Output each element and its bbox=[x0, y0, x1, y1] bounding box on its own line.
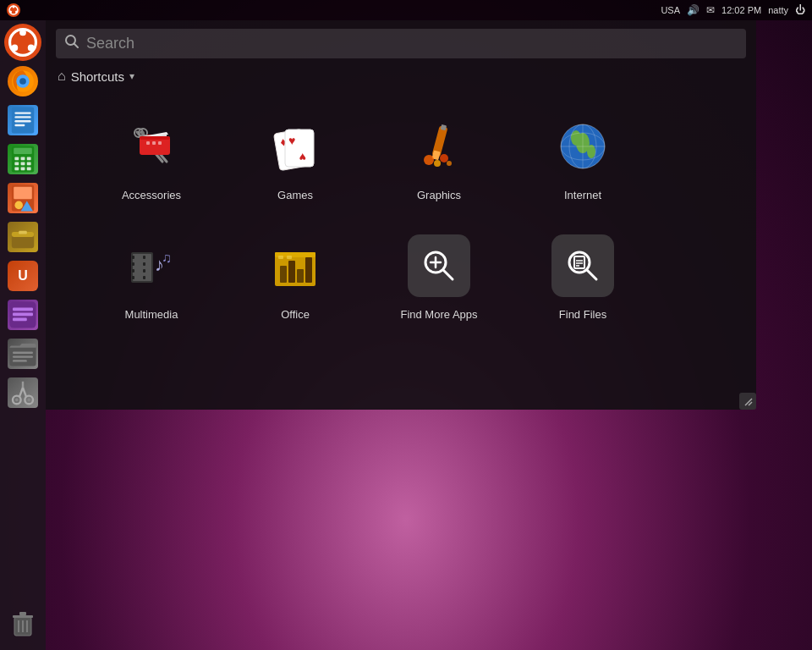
svg-rect-121 bbox=[574, 256, 584, 268]
app-item-multimedia[interactable]: ♪ ♫ Multimedia bbox=[80, 223, 223, 329]
launcher-item-purple[interactable] bbox=[4, 296, 41, 333]
launcher-item-ubuntu-one[interactable]: U bbox=[4, 257, 41, 295]
find-more-apps-label: Find More Apps bbox=[400, 308, 477, 321]
svg-rect-99 bbox=[132, 269, 134, 273]
svg-rect-24 bbox=[14, 168, 19, 171]
username-display[interactable]: natty bbox=[768, 5, 788, 15]
launcher-item-calc[interactable] bbox=[4, 140, 41, 178]
svg-rect-33 bbox=[19, 231, 27, 234]
keyboard-layout[interactable]: USA bbox=[661, 5, 680, 15]
svg-rect-20 bbox=[27, 157, 31, 161]
breadcrumb-label[interactable]: Shortcuts bbox=[71, 69, 124, 84]
svg-point-44 bbox=[15, 399, 19, 402]
resize-handle[interactable] bbox=[739, 393, 756, 410]
apps-grid: Accessories ♦ ♦ ♥ ♥ Games bbox=[46, 91, 756, 356]
find-files-icon bbox=[549, 232, 617, 300]
app-item-office[interactable]: Office bbox=[223, 223, 367, 329]
mail-icon[interactable]: ✉ bbox=[706, 4, 715, 16]
ubuntu-logo-icon[interactable] bbox=[7, 3, 20, 17]
svg-point-83 bbox=[434, 160, 441, 167]
launcher-item-ubuntu[interactable] bbox=[4, 24, 41, 61]
svg-rect-70 bbox=[152, 141, 156, 145]
launcher-item-box[interactable] bbox=[4, 218, 41, 256]
launcher-item-scissors[interactable] bbox=[4, 374, 41, 411]
svg-rect-15 bbox=[14, 124, 25, 126]
app-item-games[interactable]: ♦ ♦ ♥ ♥ Games bbox=[223, 104, 367, 210]
svg-text:♥: ♥ bbox=[288, 134, 295, 147]
search-input-wrapper[interactable] bbox=[56, 29, 746, 58]
svg-point-2 bbox=[15, 11, 18, 14]
svg-rect-17 bbox=[14, 148, 32, 154]
office-icon bbox=[261, 232, 329, 300]
breadcrumb-home-icon[interactable]: ⌂ bbox=[58, 69, 66, 84]
launcher: U bbox=[0, 20, 46, 650]
app-item-accessories[interactable]: Accessories bbox=[80, 104, 223, 210]
svg-rect-13 bbox=[14, 116, 30, 118]
svg-point-45 bbox=[27, 399, 30, 402]
games-label: Games bbox=[277, 189, 313, 201]
launcher-item-files[interactable] bbox=[4, 335, 41, 372]
svg-point-6 bbox=[28, 45, 35, 52]
launcher-item-firefox[interactable] bbox=[4, 63, 41, 100]
find-more-apps-icon bbox=[405, 232, 473, 300]
svg-line-56 bbox=[74, 44, 79, 48]
svg-rect-111 bbox=[297, 269, 304, 283]
svg-rect-14 bbox=[14, 120, 30, 122]
app-item-internet[interactable]: Internet bbox=[511, 104, 655, 210]
graphics-icon bbox=[405, 113, 473, 180]
svg-point-5 bbox=[19, 30, 26, 36]
svg-rect-40 bbox=[13, 355, 33, 357]
svg-rect-22 bbox=[21, 162, 25, 166]
dash-window: ⌂ Shortcuts ▾ bbox=[46, 20, 756, 410]
app-item-graphics[interactable]: Graphics bbox=[367, 104, 511, 210]
svg-rect-102 bbox=[143, 262, 145, 266]
svg-line-126 bbox=[749, 402, 752, 405]
accessories-label: Accessories bbox=[122, 189, 181, 201]
search-bar bbox=[46, 20, 756, 65]
search-input[interactable] bbox=[86, 35, 738, 52]
svg-rect-98 bbox=[132, 262, 134, 266]
clock: 12:02 PM bbox=[721, 5, 761, 15]
svg-rect-97 bbox=[132, 256, 134, 259]
svg-rect-51 bbox=[19, 612, 26, 615]
app-item-find-files[interactable]: Find Files bbox=[511, 223, 655, 329]
svg-rect-113 bbox=[278, 256, 283, 259]
app-item-find-more-apps[interactable]: Find More Apps bbox=[367, 223, 511, 329]
svg-rect-112 bbox=[305, 257, 312, 283]
svg-rect-68 bbox=[140, 136, 170, 140]
breadcrumb-dropdown-icon[interactable]: ▾ bbox=[129, 70, 134, 82]
svg-rect-18 bbox=[14, 157, 19, 161]
svg-rect-26 bbox=[27, 168, 31, 171]
graphics-label: Graphics bbox=[417, 189, 461, 201]
breadcrumb: ⌂ Shortcuts ▾ bbox=[46, 65, 756, 91]
multimedia-label: Multimedia bbox=[125, 308, 178, 321]
launcher-item-writer[interactable] bbox=[4, 102, 41, 139]
internet-icon bbox=[549, 113, 617, 180]
internet-label: Internet bbox=[564, 189, 601, 201]
svg-point-29 bbox=[14, 201, 23, 210]
launcher-item-draw[interactable] bbox=[4, 179, 41, 217]
svg-rect-28 bbox=[14, 187, 32, 199]
svg-rect-36 bbox=[13, 313, 33, 317]
svg-point-1 bbox=[13, 6, 15, 8]
search-icon bbox=[64, 34, 80, 53]
svg-rect-101 bbox=[143, 256, 145, 259]
volume-icon[interactable]: 🔊 bbox=[687, 4, 700, 16]
svg-rect-19 bbox=[21, 157, 25, 161]
svg-point-7 bbox=[12, 45, 19, 52]
launcher-item-trash[interactable] bbox=[4, 606, 41, 643]
svg-rect-41 bbox=[13, 360, 27, 361]
svg-rect-110 bbox=[288, 261, 295, 283]
power-icon[interactable]: ⏻ bbox=[795, 4, 805, 16]
svg-line-116 bbox=[443, 270, 453, 279]
svg-rect-38 bbox=[9, 345, 36, 366]
multimedia-icon: ♪ ♫ bbox=[118, 232, 185, 300]
top-panel: USA 🔊 ✉ 12:02 PM natty ⏻ bbox=[0, 0, 812, 20]
svg-rect-104 bbox=[143, 276, 145, 279]
svg-rect-23 bbox=[27, 162, 31, 166]
svg-point-3 bbox=[9, 11, 12, 14]
svg-rect-109 bbox=[280, 266, 287, 283]
svg-line-47 bbox=[23, 388, 26, 397]
svg-rect-114 bbox=[287, 256, 292, 259]
svg-rect-71 bbox=[158, 141, 162, 145]
